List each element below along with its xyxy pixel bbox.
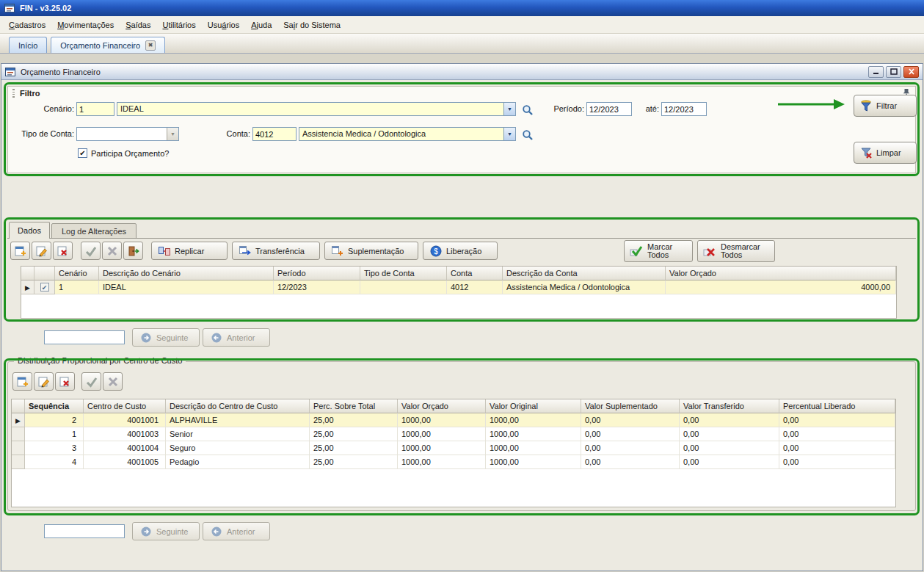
column-header[interactable]: Valor Suplementado xyxy=(581,399,680,413)
seguinte-button[interactable]: Seguinte xyxy=(132,522,200,540)
conta-code-input[interactable] xyxy=(252,127,297,141)
edit-record-button[interactable] xyxy=(34,372,54,391)
grid-cell[interactable]: 12/2023 xyxy=(274,280,360,294)
grid-cell[interactable]: 1000,00 xyxy=(486,427,581,441)
add-record-button[interactable] xyxy=(12,372,32,391)
grid-cell[interactable]: 0,00 xyxy=(581,413,680,427)
grid-cell[interactable]: IDEAL xyxy=(99,280,274,294)
grid-cell[interactable]: 1000,00 xyxy=(398,427,486,441)
column-header[interactable]: Descrição do Centro de Custo xyxy=(166,399,310,413)
menu-item-movimentacoes[interactable]: Movimentações xyxy=(51,18,120,32)
liberacao-button[interactable]: $ Liberação xyxy=(423,242,498,260)
conta-combobox[interactable]: Assistencia Medica / Odontologica ▼ xyxy=(299,127,516,141)
tab-dados[interactable]: Dados xyxy=(9,222,50,239)
marcar-todos-button[interactable]: Marcar Todos xyxy=(624,240,693,262)
column-header[interactable]: Valor Orçado xyxy=(666,267,896,280)
grid-cell[interactable]: 1000,00 xyxy=(398,455,486,469)
grid-cell[interactable]: 25,00 xyxy=(310,413,398,427)
tipo-conta-combobox[interactable]: ▼ xyxy=(76,127,179,141)
suplementacao-button[interactable]: Suplementação xyxy=(324,242,418,260)
replicar-button[interactable]: Replicar xyxy=(151,242,228,260)
ate-input[interactable] xyxy=(661,102,707,116)
chevron-down-icon[interactable]: ▼ xyxy=(503,103,515,115)
seguinte-button[interactable]: Seguinte xyxy=(132,328,200,347)
periodo-input[interactable] xyxy=(586,102,632,116)
grid-row[interactable]: 34001004Seguro25,001000,001000,000,000,0… xyxy=(12,441,895,455)
grid-cell[interactable]: 1000,00 xyxy=(398,441,486,455)
grid-cell[interactable]: 1 xyxy=(25,427,84,441)
grid-cell[interactable]: 2 xyxy=(25,413,84,427)
grid-row[interactable]: 14001003Senior25,001000,001000,000,000,0… xyxy=(12,427,895,441)
grid-cell[interactable]: 25,00 xyxy=(310,441,398,455)
cancel-button[interactable] xyxy=(103,372,123,391)
column-header[interactable]: Valor Orçado xyxy=(398,399,486,413)
grid-cell[interactable]: 4001004 xyxy=(84,441,166,455)
grid-cell[interactable]: 0,00 xyxy=(680,441,779,455)
grid-row[interactable]: ▶24001001ALPHAVILLE25,001000,001000,000,… xyxy=(12,413,895,427)
cenario-combobox[interactable]: IDEAL ▼ xyxy=(117,102,516,116)
grid-cell[interactable]: ALPHAVILLE xyxy=(166,413,310,427)
close-button[interactable] xyxy=(903,66,919,78)
grid-cell[interactable]: 4001003 xyxy=(84,427,166,441)
column-header[interactable]: Conta xyxy=(447,267,503,280)
add-record-button[interactable] xyxy=(10,242,30,260)
row-checkbox[interactable]: ✔ xyxy=(40,283,49,292)
menu-item-sair-do-sistema[interactable]: Sair do Sistema xyxy=(277,18,346,32)
grid-cell[interactable]: 1000,00 xyxy=(398,413,486,427)
edit-record-button[interactable] xyxy=(32,242,51,260)
grid-cell[interactable]: 25,00 xyxy=(310,427,398,441)
menu-item-cadastros[interactable]: Cadastros xyxy=(3,18,51,32)
record-number-input[interactable] xyxy=(44,524,125,538)
grid-cell[interactable]: 0,00 xyxy=(581,441,680,455)
menu-item-utilitarios[interactable]: Utilitários xyxy=(156,18,201,32)
chevron-down-icon[interactable]: ▼ xyxy=(503,128,515,140)
column-header[interactable]: Valor Transferido xyxy=(680,399,779,413)
delete-record-button[interactable] xyxy=(55,372,75,391)
grid-cell[interactable] xyxy=(360,280,447,294)
confirm-button[interactable] xyxy=(81,372,101,391)
grid-cell[interactable]: Pedagio xyxy=(166,455,310,469)
tab-inicio[interactable]: Início xyxy=(9,37,47,53)
grid-row[interactable]: ▶✔1IDEAL12/20234012Assistencia Medica / … xyxy=(21,280,896,294)
grid-cell[interactable]: 4001005 xyxy=(84,455,166,469)
grid-cell[interactable]: 0,00 xyxy=(779,441,895,455)
menu-item-saidas[interactable]: Saídas xyxy=(120,18,156,32)
row-checkbox-cell[interactable]: ✔ xyxy=(34,280,55,294)
grid-cell[interactable]: 0,00 xyxy=(779,455,895,469)
maximize-button[interactable] xyxy=(886,66,901,78)
anterior-button[interactable]: Anterior xyxy=(203,328,270,347)
grid-cell[interactable]: 0,00 xyxy=(680,413,779,427)
minimize-button[interactable] xyxy=(868,66,884,78)
grid-cell[interactable]: Senior xyxy=(166,427,310,441)
grid-cell[interactable]: 4 xyxy=(25,455,84,469)
grid-cell[interactable]: 0,00 xyxy=(581,427,680,441)
participa-checkbox[interactable]: ✔ xyxy=(78,148,87,158)
column-header[interactable]: Centro de Custo xyxy=(84,399,166,413)
confirm-button[interactable] xyxy=(81,242,101,260)
column-header[interactable]: Cenário xyxy=(55,267,99,280)
cenario-code-input[interactable] xyxy=(76,102,114,116)
grid-cell[interactable]: 25,00 xyxy=(310,455,398,469)
grid-cell[interactable]: 4001001 xyxy=(84,413,166,427)
grid-cell[interactable]: 0,00 xyxy=(680,455,779,469)
cancel-button[interactable] xyxy=(102,242,122,260)
column-header[interactable]: Valor Original xyxy=(486,399,581,413)
grid-cell[interactable]: 4000,00 xyxy=(666,280,896,294)
grid-cell[interactable]: 3 xyxy=(25,441,84,455)
tab-close-icon[interactable]: ✖ xyxy=(145,40,156,51)
search-icon[interactable] xyxy=(520,128,534,142)
exit-button[interactable] xyxy=(123,242,143,260)
column-header[interactable]: Período xyxy=(274,267,360,280)
anterior-button[interactable]: Anterior xyxy=(203,522,270,540)
grid-cell[interactable]: 0,00 xyxy=(581,455,680,469)
grid-cell[interactable]: Seguro xyxy=(166,441,310,455)
grid-cell[interactable]: 1000,00 xyxy=(486,441,581,455)
search-icon[interactable] xyxy=(520,103,534,117)
desmarcar-todos-button[interactable]: Desmarcar Todos xyxy=(697,240,775,262)
filtrar-button[interactable]: Filtrar xyxy=(854,95,917,117)
column-header[interactable]: Descrição do Cenário xyxy=(99,267,274,280)
delete-record-button[interactable] xyxy=(53,242,73,260)
grid-cell[interactable]: 1 xyxy=(55,280,99,294)
chevron-down-icon[interactable]: ▼ xyxy=(167,128,178,140)
grid-cell[interactable]: 1000,00 xyxy=(486,413,581,427)
